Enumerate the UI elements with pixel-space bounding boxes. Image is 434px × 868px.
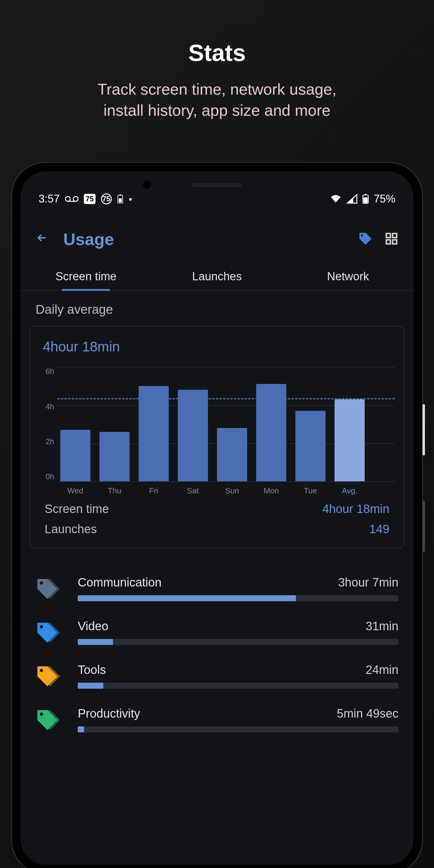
bar-fri[interactable]: [138, 386, 169, 482]
summary-label: Screen time: [44, 502, 109, 516]
x-label: Avg.: [335, 486, 365, 495]
category-content: Video 31min: [78, 619, 398, 645]
category-item-video[interactable]: Video 31min: [36, 619, 398, 645]
promo-title: Stats: [188, 39, 246, 67]
y-axis-labels: 6h4h2h0h: [41, 367, 54, 481]
category-name: Tools: [78, 663, 106, 677]
progress-fill: [78, 726, 84, 733]
progress-bar: [78, 595, 398, 601]
svg-rect-10: [386, 234, 390, 238]
summary-row: Launches149: [39, 516, 395, 536]
promo-subtitle-line1: Track screen time, network usage,: [98, 81, 337, 98]
svg-rect-13: [393, 240, 397, 244]
promo-subtitle-line2: install history, app size and more: [103, 101, 330, 119]
bar-sun[interactable]: [217, 428, 247, 481]
category-item-communication[interactable]: Communication 3hour 7min: [36, 576, 398, 601]
progress-bar: [78, 639, 398, 645]
y-tick: 2h: [41, 437, 54, 446]
status-time: 3:57: [38, 193, 60, 205]
progress-fill: [78, 683, 103, 689]
chart-headline-value: 4hour 18min: [43, 338, 395, 355]
summary-label: Launches: [44, 522, 97, 536]
battery-icon: [362, 194, 369, 204]
progress-fill: [78, 595, 296, 601]
tag-icon: [36, 664, 66, 687]
svg-point-14: [40, 581, 43, 585]
phone-frame: 3:57 75 75 ● 75% Usage: [12, 163, 422, 868]
x-label: Sat: [178, 486, 208, 495]
chart-card: 4hour 18min 6h4h2h0h WedThuFriSatSunMonT…: [30, 326, 404, 549]
svg-point-15: [40, 625, 43, 628]
x-label: Sun: [217, 486, 247, 495]
category-content: Productivity 5min 49sec: [78, 707, 398, 733]
gridline: [57, 481, 395, 482]
svg-point-1: [73, 196, 78, 201]
x-label: Tue: [296, 486, 326, 495]
page-title: Usage: [63, 229, 345, 249]
phone-screen: 3:57 75 75 ● 75% Usage: [21, 172, 413, 865]
tab-launches[interactable]: Launches: [152, 264, 283, 290]
category-time: 31min: [366, 619, 398, 633]
battery-badge-filled: 75: [84, 194, 96, 204]
progress-fill: [78, 639, 113, 645]
bar-mon[interactable]: [256, 384, 286, 481]
summary-value: 149: [369, 522, 390, 536]
category-item-productivity[interactable]: Productivity 5min 49sec: [36, 707, 398, 733]
battery-small-icon: [117, 194, 123, 204]
svg-point-0: [65, 196, 70, 201]
svg-rect-5: [119, 198, 122, 202]
category-item-tools[interactable]: Tools 24min: [36, 663, 398, 689]
tag-icon: [36, 708, 66, 731]
category-time: 24min: [366, 663, 398, 677]
volume-button: [423, 404, 425, 456]
x-label: Wed: [60, 486, 90, 495]
category-name: Video: [78, 619, 108, 633]
voicemail-icon: [65, 195, 79, 202]
tabs: Screen timeLaunchesNetwork: [21, 264, 413, 291]
bar-thu[interactable]: [99, 432, 130, 482]
category-name: Communication: [78, 576, 161, 589]
status-left: 3:57 75 75 ●: [38, 193, 132, 205]
bar-avg[interactable]: [335, 399, 365, 481]
y-tick: 0h: [41, 472, 54, 481]
promo-subtitle: Track screen time, network usage, instal…: [98, 79, 337, 121]
progress-bar: [78, 726, 398, 733]
bar-sat[interactable]: [178, 390, 208, 481]
category-name: Productivity: [78, 707, 140, 720]
y-tick: 4h: [41, 402, 54, 411]
category-time: 5min 49sec: [337, 707, 398, 720]
status-dot: ●: [129, 195, 132, 203]
tag-icon: [36, 621, 66, 644]
battery-percent: 75%: [374, 193, 396, 205]
svg-rect-7: [365, 194, 367, 195]
tag-icon[interactable]: [357, 231, 373, 248]
category-time: 3hour 7min: [338, 576, 398, 589]
power-button: [423, 501, 425, 552]
svg-point-9: [361, 235, 363, 237]
tab-network[interactable]: Network: [282, 264, 413, 290]
y-tick: 6h: [41, 367, 54, 376]
chart-area: 6h4h2h0h: [57, 367, 395, 481]
category-list: Communication 3hour 7min Video 31min: [21, 549, 413, 733]
wifi-icon: [330, 194, 342, 204]
category-content: Communication 3hour 7min: [78, 576, 398, 601]
x-label: Mon: [256, 486, 286, 495]
bars-container: [57, 367, 395, 481]
svg-rect-8: [364, 197, 368, 203]
speaker-grille: [192, 183, 242, 187]
summary-row: Screen time4hour 18min: [39, 495, 395, 516]
bar-tue[interactable]: [296, 411, 326, 481]
svg-rect-12: [386, 240, 390, 244]
x-axis-labels: WedThuFriSatSunMonTueAvg.: [57, 486, 395, 495]
svg-rect-11: [393, 234, 397, 238]
tab-screen-time[interactable]: Screen time: [21, 264, 152, 290]
status-right: 75%: [330, 193, 396, 205]
signal-icon: [347, 194, 358, 204]
progress-bar: [78, 683, 398, 689]
status-bar: 3:57 75 75 ● 75%: [21, 172, 413, 214]
grid-icon[interactable]: [384, 232, 398, 247]
bar-wed[interactable]: [60, 430, 90, 481]
back-arrow-icon[interactable]: [36, 231, 48, 247]
svg-rect-4: [119, 194, 121, 195]
battery-badge-outline: 75: [101, 193, 112, 204]
